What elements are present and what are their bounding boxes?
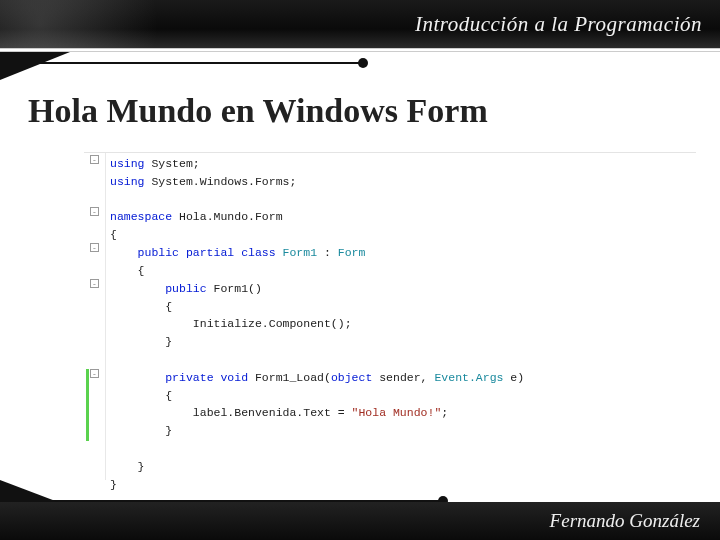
code-keyword: public xyxy=(165,282,206,295)
code-text: ; xyxy=(441,406,448,419)
fold-icon: - xyxy=(90,243,99,252)
code-keyword: using xyxy=(110,175,145,188)
code-text: sender, xyxy=(372,371,434,384)
header-divider xyxy=(0,48,720,52)
code-keyword: using xyxy=(110,157,145,170)
author-name: Fernando González xyxy=(550,510,700,532)
code-content: using System; using System.Windows.Forms… xyxy=(110,155,696,493)
code-keyword: namespace xyxy=(110,210,172,223)
code-brace: } xyxy=(165,424,172,437)
code-string: "Hola Mundo!" xyxy=(352,406,442,419)
code-text: e xyxy=(503,371,517,384)
fold-icon: - xyxy=(90,369,99,378)
course-title: Introducción a la Programación xyxy=(415,12,702,37)
code-keyword: public partial class xyxy=(138,246,276,259)
header-triangle-decoration xyxy=(0,52,70,80)
fold-icon: - xyxy=(90,207,99,216)
code-text: Form1() xyxy=(207,282,262,295)
code-editor: - - - - - using System; using System.Win… xyxy=(84,152,696,480)
header-dot-decoration xyxy=(358,58,368,68)
code-type: Form xyxy=(338,246,366,259)
code-text: Hola.Mundo.Form xyxy=(172,210,282,223)
code-text: System; xyxy=(145,157,200,170)
header-decoration xyxy=(0,0,300,48)
slide-title: Hola Mundo en Windows Form xyxy=(28,92,488,130)
change-marker xyxy=(86,369,89,441)
code-text: label.Benvenida.Text = xyxy=(193,406,352,419)
code-brace: } xyxy=(110,478,117,491)
code-type: Form1 xyxy=(276,246,317,259)
code-brace: { xyxy=(110,228,117,241)
code-type: Event.Args xyxy=(434,371,503,384)
code-keyword: private void xyxy=(165,371,248,384)
code-text: Initialize.Component(); xyxy=(193,317,352,330)
fold-icon: - xyxy=(90,279,99,288)
code-gutter: - - - - - xyxy=(84,153,106,480)
code-text: Form1_Load( xyxy=(248,371,331,384)
footer-triangle-decoration xyxy=(0,480,58,502)
code-brace: } xyxy=(138,460,145,473)
code-brace: { xyxy=(138,264,145,277)
header-line-decoration xyxy=(0,62,360,64)
code-keyword: object xyxy=(331,371,372,384)
code-text: System.Windows.Forms; xyxy=(145,175,297,188)
code-text: : xyxy=(317,246,338,259)
footer-banner: Fernando González xyxy=(0,502,720,540)
code-brace: { xyxy=(165,389,172,402)
header-banner: Introducción a la Programación xyxy=(0,0,720,48)
code-brace: { xyxy=(165,300,172,313)
code-brace: } xyxy=(165,335,172,348)
code-text: ) xyxy=(517,371,524,384)
fold-icon: - xyxy=(90,155,99,164)
